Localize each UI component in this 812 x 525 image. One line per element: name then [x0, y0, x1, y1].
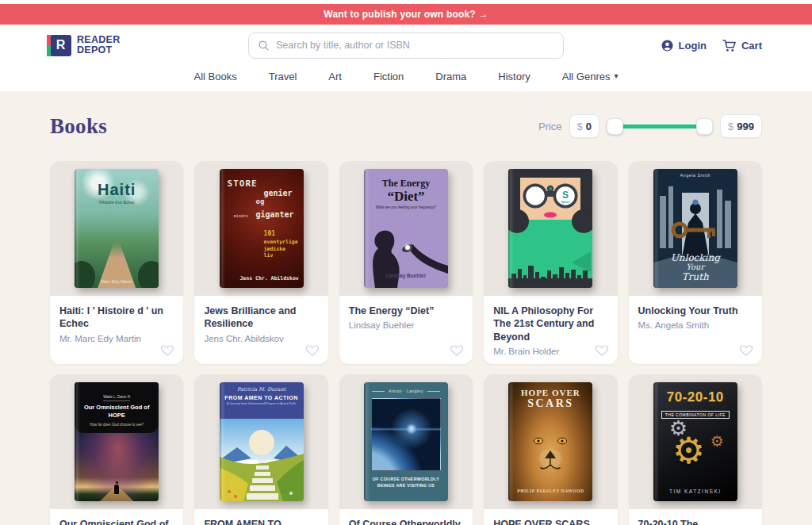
favorite-button[interactable]: [450, 344, 464, 357]
book-cover: Alston · Langley OF COURSE OTHERWORLDLY …: [364, 382, 448, 501]
cover-title: OF COURSE OTHERWORLDLY BEINGS ARE VISITI…: [364, 477, 448, 489]
book-card[interactable]: 70-20-10 THE COMBINATON OF LIFE ⚙ ⚙ ⚙ TI…: [629, 374, 762, 525]
books-grid: Haiti l'Histoire d'un Echec Marc Edy Mar…: [50, 161, 762, 525]
cover-author: PHILIP PARSLEY DAWOOD: [508, 489, 592, 493]
book-media: STORE genier og mindre giganter 101 even…: [194, 161, 327, 296]
book-title: HOPE OVER SCARS: [493, 518, 607, 525]
page-title: Books: [50, 114, 107, 139]
book-card[interactable]: Patricia M. Durant FROM AMEN TO ACTION A…: [194, 374, 327, 525]
book-card[interactable]: The Energy “Diet” What are you feeding y…: [339, 161, 473, 364]
book-title: FROM AMEN TO ACTION: A: [204, 518, 318, 525]
cover-author: Patricia M. Durant: [220, 386, 304, 393]
book-author: Mr. Marc Edy Martin: [59, 334, 174, 343]
book-media: HOPE OVER SCARS PHILIP PARSLEY DAWOOD: [484, 374, 617, 509]
publish-banner: Want to publish your own book? →: [0, 4, 812, 25]
price-min-input[interactable]: $0: [569, 114, 599, 138]
logo-letter: R: [56, 38, 66, 52]
cart-button[interactable]: Cart: [722, 39, 762, 52]
book-title: Jews Brilliance and Resilience: [204, 305, 318, 331]
heart-icon: [739, 344, 753, 357]
slider-handle-min[interactable]: [607, 118, 623, 135]
nav-item-art[interactable]: Art: [328, 71, 342, 82]
nav-item-drama[interactable]: Drama: [435, 71, 466, 82]
nav-item-fiction[interactable]: Fiction: [373, 71, 404, 82]
cart-icon: [722, 39, 737, 52]
cover-author: Wade L. Davis III: [103, 395, 130, 401]
cover-author: Jens Chr. Abildskov: [228, 275, 304, 282]
book-media: S Spines: [484, 161, 617, 296]
book-media: Wade L. Davis III Our Omniscient God of …: [50, 374, 183, 509]
book-cover: Wade L. Davis III Our Omniscient God of …: [75, 382, 159, 501]
nav-item-all-books[interactable]: All Books: [194, 71, 237, 82]
price-label: Price: [538, 121, 562, 132]
logo-mark-icon: R: [50, 35, 71, 56]
cover-title: og: [256, 197, 296, 205]
cover-art: [114, 485, 119, 494]
cover-subtitle: What are you feeding your frequency?: [364, 205, 448, 209]
price-max-input[interactable]: $999: [720, 114, 762, 138]
person-icon: [661, 39, 674, 52]
book-author: Mr. Brain Holder: [493, 347, 607, 356]
category-nav: All Books Travel Art Fiction Drama Histo…: [50, 66, 762, 91]
cover-title: HOPE OVER: [508, 389, 592, 397]
slider-handle-max[interactable]: [696, 118, 713, 135]
book-card[interactable]: Angela Smith Unlocking Your Truth Unlock…: [629, 161, 762, 364]
book-cover: 70-20-10 THE COMBINATON OF LIFE ⚙ ⚙ ⚙ TI…: [653, 382, 737, 501]
book-card[interactable]: Alston · Langley OF COURSE OTHERWORLDLY …: [339, 374, 473, 525]
book-title: 70-20-10 The Combination: [638, 518, 753, 525]
cover-title: The Energy: [364, 178, 448, 190]
logo[interactable]: R READER DEPOT: [50, 35, 216, 56]
logo-text: READER DEPOT: [77, 35, 121, 56]
book-card[interactable]: Wade L. Davis III Our Omniscient God of …: [50, 374, 183, 525]
book-card[interactable]: S Spines: [484, 161, 617, 364]
nav-item-all-genres[interactable]: All Genres ▾: [562, 71, 619, 82]
favorite-button[interactable]: [305, 344, 320, 357]
search-icon: [258, 40, 270, 52]
book-title: The Energy “Diet”: [349, 305, 463, 317]
slider-track[interactable]: [614, 125, 706, 128]
cover-title: Haiti: [75, 181, 159, 199]
cover-title: FROM AMEN TO ACTION: [220, 395, 304, 400]
lion-face-art: [508, 417, 592, 485]
cover-subtitle: How far does God choose to see?: [79, 423, 154, 427]
search-input[interactable]: [276, 40, 554, 51]
heart-icon: [450, 344, 464, 357]
gear-icon: ⚙: [710, 434, 724, 449]
gear-icon: ⚙: [672, 432, 705, 469]
cover-title: SCARS: [508, 397, 592, 410]
book-cover: S Spines: [508, 169, 592, 288]
cover-author: Marc Edy Martin: [75, 279, 159, 284]
favorite-button[interactable]: [160, 344, 174, 357]
book-card[interactable]: Haiti l'Histoire d'un Echec Marc Edy Mar…: [50, 161, 183, 364]
svg-text:Spines: Spines: [561, 201, 570, 204]
nav-item-travel[interactable]: Travel: [269, 71, 297, 82]
cover-author: Lindsay Buehler: [364, 273, 448, 278]
cover-title: genier: [228, 189, 293, 197]
publish-banner-link[interactable]: Want to publish your own book? →: [324, 9, 488, 20]
book-title: Unlocking Your Truth: [638, 305, 753, 317]
search-box[interactable]: [248, 33, 564, 59]
book-author: Lindsay Buehler: [349, 320, 463, 330]
cover-title: 70-20-10: [653, 389, 737, 405]
cover-author: Alston · Langley: [389, 389, 423, 393]
binoculars-art: S Spines: [508, 169, 592, 288]
favorite-button[interactable]: [595, 344, 609, 357]
favorite-button[interactable]: [739, 344, 753, 357]
price-slider[interactable]: [607, 118, 713, 135]
heart-icon: [160, 344, 174, 357]
book-cover: HOPE OVER SCARS PHILIP PARSLEY DAWOOD: [508, 382, 592, 501]
gears-art: ⚙ ⚙ ⚙: [653, 420, 737, 477]
book-media: Haiti l'Histoire d'un Echec Marc Edy Mar…: [50, 161, 183, 296]
login-button[interactable]: Login: [661, 39, 707, 52]
book-media: 70-20-10 THE COMBINATON OF LIFE ⚙ ⚙ ⚙ TI…: [629, 374, 762, 509]
book-media: Alston · Langley OF COURSE OTHERWORLDLY …: [339, 374, 473, 509]
book-title: Our Omniscient God of HOPE: [59, 518, 174, 525]
book-cover: The Energy “Diet” What are you feeding y…: [364, 169, 448, 288]
book-card[interactable]: HOPE OVER SCARS PHILIP PARSLEY DAWOOD: [484, 374, 617, 525]
cover-title: Unlocking Your Truth: [653, 253, 737, 282]
book-media: The Energy “Diet” What are you feeding y…: [339, 161, 473, 296]
nav-item-history[interactable]: History: [498, 71, 530, 82]
book-card[interactable]: STORE genier og mindre giganter 101 even…: [194, 161, 327, 364]
space-art: [371, 398, 441, 471]
book-cover: STORE genier og mindre giganter 101 even…: [220, 169, 304, 288]
